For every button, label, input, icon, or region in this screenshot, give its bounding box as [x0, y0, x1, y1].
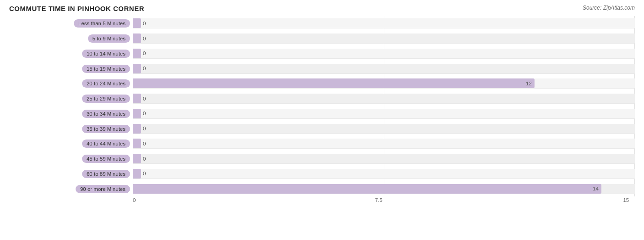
bar-row: 20 to 24 Minutes12	[9, 77, 635, 90]
bar-fill: 0	[133, 139, 141, 148]
bar-fill: 0	[133, 49, 141, 58]
bar-row: 45 to 59 Minutes0	[9, 152, 635, 166]
bar-track: 12	[133, 78, 635, 89]
bar-label-wrap: 45 to 59 Minutes	[9, 155, 133, 163]
bar-label-wrap: 30 to 34 Minutes	[9, 110, 133, 118]
bar-track: 0	[133, 64, 635, 74]
bar-label-wrap: 5 to 9 Minutes	[9, 34, 133, 43]
bar-label-wrap: 40 to 44 Minutes	[9, 140, 133, 148]
bar-value: 0	[143, 111, 146, 116]
bar-value: 0	[143, 171, 146, 176]
x-axis: 0 7.5 15	[133, 197, 635, 210]
bar-track: 0	[133, 109, 635, 119]
bar-label: 25 to 29 Minutes	[82, 95, 130, 103]
bar-fill: 0	[133, 109, 141, 118]
bar-track: 0	[133, 124, 635, 134]
bar-fill: 0	[133, 169, 141, 179]
bar-row: 60 to 89 Minutes0	[9, 167, 635, 181]
bar-row: 25 to 29 Minutes0	[9, 92, 635, 106]
bar-label: 5 to 9 Minutes	[88, 34, 130, 43]
bar-label-wrap: 15 to 19 Minutes	[9, 65, 133, 73]
bar-label-wrap: 60 to 89 Minutes	[9, 170, 133, 178]
bar-track: 0	[133, 49, 635, 59]
bar-label: 45 to 59 Minutes	[82, 155, 130, 163]
bars-container: Less than 5 Minutes05 to 9 Minutes010 to…	[9, 16, 635, 196]
bar-label-wrap: 90 or more Minutes	[9, 185, 133, 193]
bar-value: 0	[143, 66, 146, 71]
bar-fill: 14	[133, 184, 601, 194]
bar-value: 14	[593, 186, 599, 191]
chart-header: COMMUTE TIME IN PINHOOK CORNER Source: Z…	[9, 5, 635, 12]
bar-label: 30 to 34 Minutes	[82, 110, 130, 118]
bar-label: 35 to 39 Minutes	[82, 125, 130, 133]
chart-container: COMMUTE TIME IN PINHOOK CORNER Source: Z…	[0, 0, 644, 240]
bar-track: 0	[133, 94, 635, 104]
bar-value: 0	[143, 96, 146, 101]
bar-fill: 12	[133, 78, 535, 88]
bar-row: 10 to 14 Minutes0	[9, 47, 635, 61]
bar-track: 0	[133, 139, 635, 149]
x-axis-label-max: 15	[623, 197, 629, 203]
bar-value: 12	[526, 81, 532, 86]
bar-fill: 0	[133, 18, 141, 28]
bar-track: 0	[133, 18, 635, 28]
bar-row: 30 to 34 Minutes0	[9, 107, 635, 121]
bar-label: 10 to 14 Minutes	[82, 50, 130, 58]
bar-label: 15 to 19 Minutes	[82, 65, 130, 73]
bar-row: Less than 5 Minutes0	[9, 17, 635, 30]
bar-value: 0	[143, 50, 146, 56]
chart-title: COMMUTE TIME IN PINHOOK CORNER	[9, 5, 144, 12]
bar-value: 0	[143, 156, 146, 162]
x-axis-label-0: 0	[133, 197, 136, 203]
bar-label: 60 to 89 Minutes	[82, 170, 130, 178]
bar-value: 0	[143, 21, 146, 26]
bar-value: 0	[143, 141, 146, 146]
chart-area: Less than 5 Minutes05 to 9 Minutes010 to…	[9, 16, 635, 210]
bar-fill: 0	[133, 124, 141, 134]
bar-row: 35 to 39 Minutes0	[9, 122, 635, 136]
x-axis-label-mid: 7.5	[375, 197, 382, 203]
bar-label: 20 to 24 Minutes	[82, 79, 130, 88]
bar-label: Less than 5 Minutes	[74, 19, 130, 28]
bar-row: 40 to 44 Minutes0	[9, 137, 635, 151]
bar-row: 5 to 9 Minutes0	[9, 32, 635, 45]
bar-fill: 0	[133, 33, 141, 43]
bar-value: 0	[143, 126, 146, 131]
bar-track: 14	[133, 184, 635, 194]
bar-fill: 0	[133, 154, 141, 163]
bar-label: 90 or more Minutes	[76, 185, 130, 193]
bar-label-wrap: 35 to 39 Minutes	[9, 125, 133, 133]
chart-source: Source: ZipAtlas.com	[583, 5, 635, 11]
bar-row: 15 to 19 Minutes0	[9, 62, 635, 76]
bar-track: 0	[133, 33, 635, 44]
bar-value: 0	[143, 36, 146, 41]
bar-fill: 0	[133, 94, 141, 103]
bar-fill: 0	[133, 64, 141, 73]
bar-track: 0	[133, 154, 635, 164]
bar-label-wrap: 25 to 29 Minutes	[9, 95, 133, 103]
bar-label-wrap: 10 to 14 Minutes	[9, 50, 133, 58]
bar-label-wrap: Less than 5 Minutes	[9, 19, 133, 28]
bar-label: 40 to 44 Minutes	[82, 140, 130, 148]
bar-row: 90 or more Minutes14	[9, 182, 635, 196]
bar-label-wrap: 20 to 24 Minutes	[9, 79, 133, 88]
bar-track: 0	[133, 169, 635, 179]
